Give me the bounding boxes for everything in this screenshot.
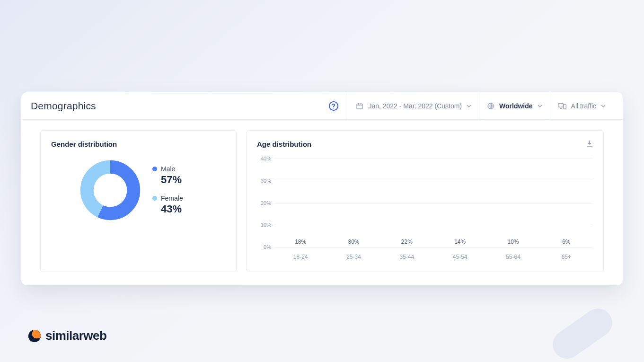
- x-tick-label: 35-44: [380, 250, 433, 260]
- y-tick: 30%: [257, 178, 271, 184]
- legend-dot-male: [152, 167, 157, 171]
- logo-text: similarweb: [45, 328, 106, 343]
- x-tick-label: 55-64: [486, 250, 539, 260]
- bar-value-label: 22%: [401, 238, 413, 245]
- gender-card-title: Gender distribution: [51, 140, 226, 148]
- bar-column: 30%: [327, 238, 380, 247]
- legend-label-female: Female: [161, 194, 183, 202]
- bar-column: 22%: [380, 238, 433, 247]
- x-tick-label: 65+: [540, 250, 593, 260]
- bar-value-label: 10%: [507, 238, 519, 245]
- caret-down-icon: [467, 104, 471, 108]
- globe-icon: [487, 102, 494, 110]
- bar-column: 10%: [486, 238, 539, 247]
- region-filter[interactable]: Worldwide: [479, 92, 550, 120]
- legend-dot-female: [152, 196, 157, 201]
- bar-value-label: 6%: [562, 238, 570, 245]
- caret-down-icon: [601, 104, 606, 108]
- age-bar-chart: 0%10%20%30%40% 18%30%22%14%10%6% 18-2425…: [257, 159, 593, 260]
- legend-row-female: Female 43%: [152, 194, 183, 215]
- y-tick: 20%: [257, 200, 271, 206]
- bar-column: 18%: [274, 238, 327, 247]
- svg-rect-5: [564, 105, 566, 109]
- legend-row-male: Male 57%: [152, 165, 183, 186]
- x-tick-label: 18-24: [274, 250, 327, 260]
- bar-value-label: 18%: [295, 238, 306, 245]
- panel-header: Demographics Jan, 2022 - Mar, 2022 (Cust…: [21, 92, 623, 120]
- x-tick-label: 25-34: [327, 250, 380, 260]
- traffic-label: All traffic: [571, 102, 596, 110]
- y-tick: 40%: [257, 156, 271, 161]
- legend-value-female: 43%: [161, 203, 183, 215]
- bar-value-label: 14%: [454, 238, 466, 245]
- demographics-panel: Demographics Jan, 2022 - Mar, 2022 (Cust…: [21, 92, 623, 285]
- age-distribution-card: Age distribution 0%10%20%30%40% 18%30%22…: [246, 130, 604, 272]
- gender-legend: Male 57% Female 43%: [152, 165, 183, 215]
- y-tick: 0%: [257, 244, 271, 250]
- download-icon: [585, 139, 594, 148]
- svg-rect-2: [357, 104, 362, 109]
- help-icon: [328, 101, 339, 111]
- region-label: Worldwide: [499, 102, 533, 110]
- page-title: Demographics: [31, 100, 96, 112]
- age-card-title: Age distribution: [257, 140, 593, 148]
- legend-value-male: 57%: [161, 174, 183, 186]
- bar-column: 6%: [540, 238, 593, 247]
- traffic-filter[interactable]: All traffic: [550, 92, 613, 120]
- x-tick-label: 45-54: [433, 250, 486, 260]
- bar-column: 14%: [433, 238, 486, 247]
- caret-down-icon: [538, 104, 542, 108]
- gender-distribution-card: Gender distribution Male 57% Female 43%: [40, 130, 237, 272]
- cards-row: Gender distribution Male 57% Female 43%: [21, 120, 623, 272]
- similarweb-logo: similarweb: [28, 328, 106, 343]
- download-button[interactable]: [585, 139, 594, 150]
- calendar-icon: [356, 102, 363, 110]
- svg-point-1: [333, 107, 334, 108]
- devices-icon: [558, 102, 566, 110]
- y-tick: 10%: [257, 222, 271, 228]
- bar-value-label: 30%: [348, 238, 359, 245]
- svg-rect-4: [558, 103, 563, 107]
- gender-donut-chart: [79, 159, 141, 221]
- date-range-filter[interactable]: Jan, 2022 - Mar, 2022 (Custom): [348, 92, 479, 120]
- date-range-label: Jan, 2022 - Mar, 2022 (Custom): [368, 102, 462, 110]
- logo-swirl-icon: [28, 330, 41, 342]
- legend-label-male: Male: [161, 165, 175, 173]
- help-button[interactable]: [328, 100, 339, 112]
